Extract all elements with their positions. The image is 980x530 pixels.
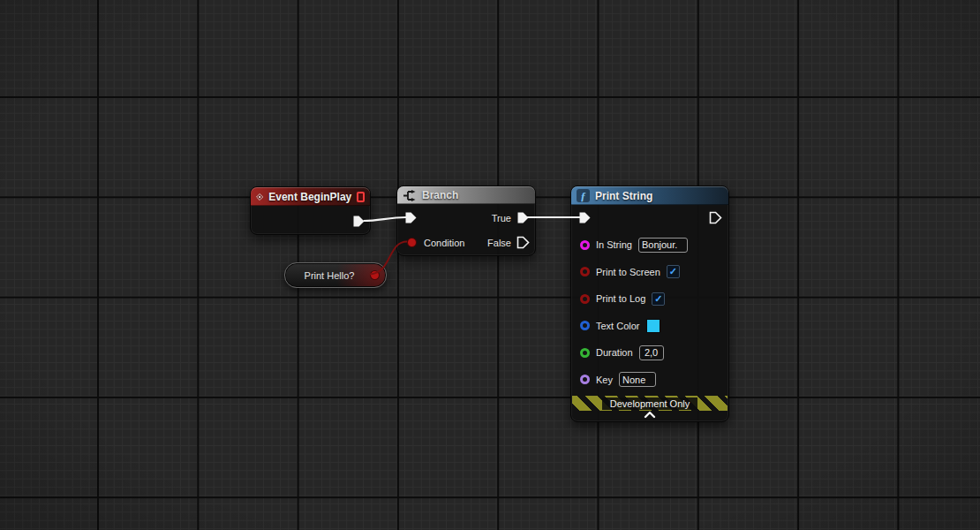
exec-input-pin[interactable] [578, 211, 592, 224]
exec-input-pin[interactable] [404, 211, 418, 224]
exec-output-pin[interactable] [709, 211, 722, 224]
pin-row-key: Key [571, 367, 728, 394]
false-exec-output-pin[interactable] [516, 236, 530, 249]
print-to-log-label: Print to Log [596, 293, 645, 304]
variable-label: Print Hello? [305, 270, 355, 281]
node-branch[interactable]: Branch True Condition False [396, 186, 536, 256]
event-diamond-icon [256, 191, 263, 203]
text-color-pin[interactable] [580, 321, 590, 330]
development-only-label: Development Only [602, 398, 698, 410]
node-title: Print String [595, 190, 652, 202]
duration-input[interactable] [639, 345, 664, 360]
print-to-screen-checkbox[interactable]: ✓ [667, 265, 680, 278]
key-pin[interactable] [580, 375, 590, 384]
condition-pin-label: Condition [424, 238, 464, 248]
node-event-beginplay[interactable]: Event BeginPlay [250, 186, 371, 235]
blueprint-editor: Event BeginPlay Print Hello? Branch True [0, 0, 980, 530]
condition-input-pin[interactable] [407, 238, 417, 247]
print-to-screen-label: Print to Screen [596, 267, 660, 277]
pin-row-in-string: In String [571, 231, 728, 259]
false-pin-label: False [487, 238, 511, 248]
node-header[interactable]: Branch [397, 186, 535, 204]
print-to-log-pin[interactable] [580, 294, 590, 304]
collapse-chevron-icon[interactable] [643, 410, 657, 419]
branch-icon [403, 190, 417, 201]
pin-row-print-to-screen: Print to Screen ✓ [571, 259, 728, 286]
node-header[interactable]: ƒ Print String [571, 186, 728, 205]
duration-label: Duration [596, 347, 633, 358]
pin-row-text-color: Text Color [571, 313, 728, 340]
graph-canvas[interactable] [0, 0, 980, 530]
text-color-swatch[interactable] [646, 319, 660, 333]
development-only-banner: Development Only [572, 396, 727, 411]
node-title: Branch [422, 189, 458, 201]
text-color-label: Text Color [596, 321, 640, 331]
node-header[interactable]: Event BeginPlay [251, 187, 370, 206]
in-string-input[interactable] [638, 238, 688, 253]
key-label: Key [596, 375, 613, 385]
node-variable-print-hello[interactable]: Print Hello? [284, 262, 387, 288]
pin-row-print-to-log: Print to Log ✓ [571, 285, 728, 313]
print-to-screen-pin[interactable] [580, 267, 590, 276]
node-print-string[interactable]: ƒ Print String In String Print to Screen… [570, 186, 729, 422]
function-icon: ƒ [577, 189, 590, 202]
pin-row-duration: Duration [571, 339, 728, 367]
true-pin-label: True [492, 213, 511, 223]
in-string-label: In String [596, 239, 632, 250]
in-string-pin[interactable] [580, 240, 590, 250]
delegate-pin-icon[interactable] [357, 192, 365, 202]
node-title: Event BeginPlay [268, 191, 351, 203]
duration-pin[interactable] [580, 348, 590, 358]
print-to-log-checkbox[interactable]: ✓ [652, 292, 665, 306]
key-input[interactable] [619, 372, 656, 387]
